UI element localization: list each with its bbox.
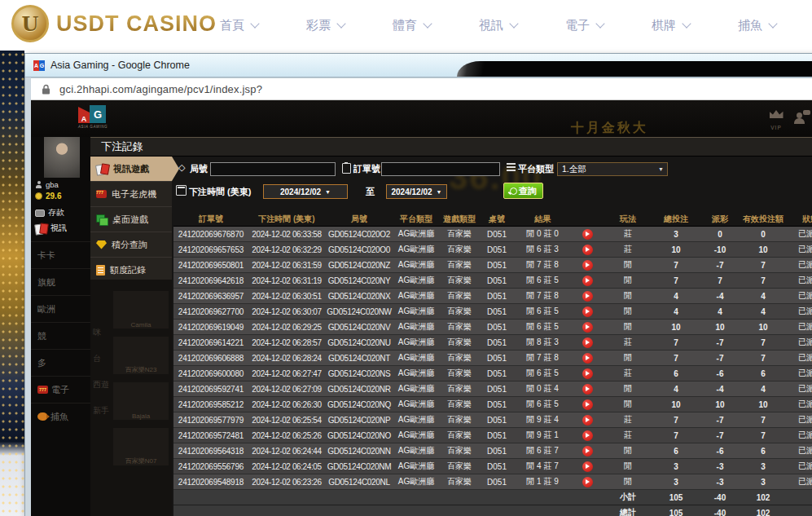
- cell-payout: 4: [700, 304, 740, 320]
- cell-game: 百家樂: [439, 443, 480, 459]
- play-button[interactable]: [582, 322, 593, 333]
- play-button[interactable]: [582, 291, 593, 302]
- date-from-select[interactable]: 2024/12/02: [263, 184, 348, 199]
- ag-logo[interactable]: AG ASIA GAMING: [78, 105, 108, 129]
- cell-platform: AG歐洲廳: [393, 289, 439, 304]
- cell-total-bet: 7: [652, 412, 700, 428]
- table-row: 2412020695779792024-12-02 06:25:54GD0512…: [173, 412, 812, 428]
- cell-total-bet: 7: [652, 335, 700, 351]
- nav-item[interactable]: 棋牌: [652, 18, 690, 33]
- cell-total-bet: 4: [652, 304, 700, 320]
- cell-result: 閒 1 莊 9: [514, 474, 571, 490]
- lobby-tab-label: 歐洲: [37, 303, 55, 315]
- cell-table: D051: [480, 351, 514, 366]
- lobby-tab[interactable]: 競: [31, 322, 90, 349]
- play-button[interactable]: [582, 415, 593, 426]
- cell-valid-bet: 6: [740, 443, 786, 459]
- address-bar[interactable]: gci.2hhapi.com/agingame/pcv1/index.jsp?: [31, 77, 812, 100]
- chevron-down-icon: [595, 19, 604, 28]
- play-button[interactable]: [582, 353, 593, 364]
- nav-item[interactable]: 體育: [393, 18, 431, 33]
- cell-valid-bet: 7: [740, 258, 786, 273]
- window-titlebar[interactable]: AG Asia Gaming - Google Chrome: [25, 54, 812, 77]
- play-button[interactable]: [582, 245, 593, 255]
- logo-text: USDT CASINO: [56, 11, 217, 37]
- cell-round: GD05124C020NL: [325, 474, 393, 490]
- lobby-tab[interactable]: 電子: [31, 376, 90, 403]
- cell-status: 已派彩: [786, 428, 812, 443]
- username-row: gba: [35, 180, 59, 189]
- cell-round: GD05124C020NY: [325, 273, 393, 289]
- table-row: 2412020695643182024-12-02 06:24:44GD0512…: [173, 443, 812, 459]
- play-icon: [586, 402, 590, 407]
- sidebar-item[interactable]: 視訊遊戲: [90, 157, 172, 182]
- date-to-select[interactable]: 2024/12/02: [386, 184, 447, 199]
- cell-round: GD05124C020NO: [325, 428, 393, 443]
- cell-result: 閒 7 莊 8: [514, 289, 571, 304]
- clipboard-icon: [342, 163, 351, 174]
- video-tab[interactable]: 視訊: [35, 223, 67, 234]
- cell-time: 2024-12-02 06:31:19: [248, 273, 325, 289]
- cell-bet-on: 閒: [604, 474, 652, 490]
- chevron-down-icon: [336, 19, 345, 28]
- table-row: 2412020696369572024-12-02 06:30:51GD0512…: [173, 289, 812, 304]
- platform-type-select[interactable]: 1.全部: [557, 162, 668, 176]
- play-button[interactable]: [582, 307, 593, 317]
- lobby-tab[interactable]: 歐洲: [31, 295, 90, 322]
- cell-payout: 0: [700, 227, 740, 242]
- nav-item[interactable]: 電子: [565, 18, 604, 33]
- cell-order: 241202069650801: [173, 258, 248, 273]
- play-button[interactable]: [582, 477, 593, 487]
- cell-status: 已派彩: [786, 474, 812, 490]
- playing-cards-icon: [35, 223, 47, 234]
- nav-item[interactable]: 視訊: [479, 18, 517, 33]
- nav-item-label: 彩票: [306, 18, 331, 33]
- round-number-input[interactable]: [210, 162, 336, 176]
- play-button[interactable]: [582, 368, 593, 379]
- chrome-popup-window: AG Asia Gaming - Google Chrome gci.2hhap…: [24, 53, 812, 516]
- search-button[interactable]: 查詢: [503, 183, 543, 199]
- usdt-casino-logo[interactable]: U USDT CASINO: [11, 5, 217, 42]
- nav-item[interactable]: 首頁: [220, 18, 258, 33]
- table-row: 2412020696508012024-12-02 06:31:59GD0512…: [173, 258, 812, 273]
- play-button[interactable]: [582, 430, 593, 441]
- cell-result: 閒 8 莊 3: [514, 335, 571, 351]
- play-button[interactable]: [582, 260, 593, 271]
- sidebar-item[interactable]: 積分查詢: [90, 232, 172, 258]
- lobby-tab-label: 多: [37, 357, 46, 369]
- play-icon: [586, 247, 590, 252]
- sidebar-item[interactable]: 桌面遊戲: [90, 207, 172, 232]
- cell-order: 241202069572481: [173, 428, 248, 443]
- crown-icon: [770, 110, 783, 118]
- lobby-tab[interactable]: 旗舰: [31, 268, 90, 295]
- play-button[interactable]: [582, 276, 593, 286]
- nav-item[interactable]: 捕魚: [738, 18, 776, 33]
- lobby-tab[interactable]: 卡卡: [31, 241, 90, 268]
- vip-icon[interactable]: VIP: [766, 110, 786, 133]
- cell-table: D051: [480, 289, 514, 304]
- sidebar-item[interactable]: 电子老虎機: [90, 182, 172, 207]
- cell-status: 已派彩: [786, 459, 812, 474]
- magnifier-icon: [510, 187, 517, 195]
- ag-topbar: AG ASIA GAMING 十月金秋大 VIP: [31, 100, 812, 137]
- order-number-input[interactable]: [381, 162, 500, 176]
- cell-valid-bet: 4: [740, 289, 786, 304]
- cell-platform: AG歐洲廳: [393, 351, 439, 366]
- chevron-down-icon: [423, 19, 432, 28]
- play-button[interactable]: [582, 229, 593, 240]
- deposit-button[interactable]: 存款: [35, 207, 64, 218]
- table-header-row: 訂單號下注時間 (美東)局號平台類型遊戲類型桌號結果玩法總投注派彩有效投注額狀態: [173, 213, 812, 227]
- table-row: 2412020695724812024-12-02 06:25:26GD0512…: [173, 428, 812, 443]
- play-button[interactable]: [582, 461, 593, 472]
- lobby-tab[interactable]: 捕魚: [31, 403, 90, 430]
- play-button[interactable]: [582, 337, 593, 348]
- cell-order: 241202069606888: [173, 351, 248, 366]
- play-button[interactable]: [582, 384, 593, 395]
- cell-total-bet: 7: [652, 258, 700, 273]
- nav-item[interactable]: 彩票: [306, 18, 345, 33]
- cell-result: 閒 6 莊 5: [514, 304, 571, 320]
- play-button[interactable]: [582, 399, 593, 410]
- play-button[interactable]: [582, 446, 593, 456]
- lobby-tab[interactable]: 多: [31, 349, 90, 376]
- customer-service-icon[interactable]: [794, 110, 810, 125]
